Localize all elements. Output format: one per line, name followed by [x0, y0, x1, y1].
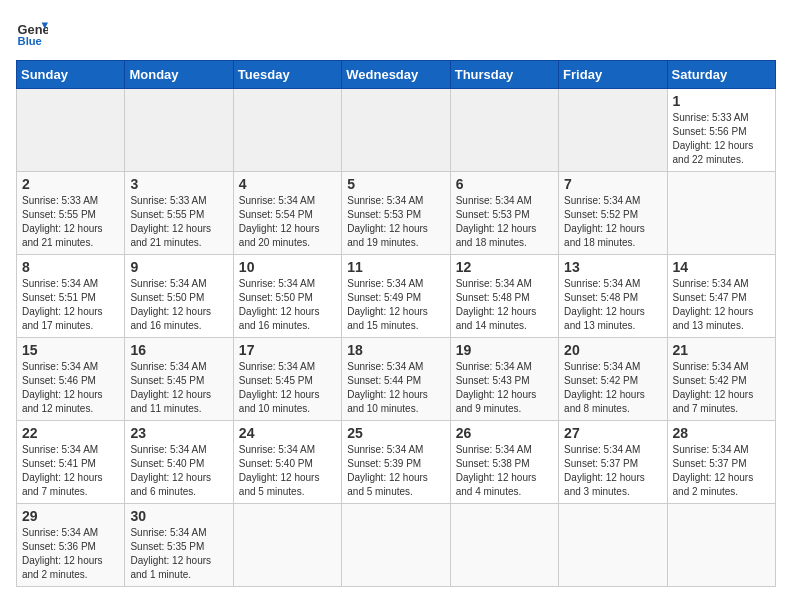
- day-number: 13: [564, 259, 661, 275]
- col-header-tuesday: Tuesday: [233, 61, 341, 89]
- day-info: Sunrise: 5:34 AM Sunset: 5:36 PM Dayligh…: [22, 526, 119, 582]
- day-info: Sunrise: 5:34 AM Sunset: 5:37 PM Dayligh…: [673, 443, 770, 499]
- day-info: Sunrise: 5:34 AM Sunset: 5:40 PM Dayligh…: [239, 443, 336, 499]
- sunset-text: Sunset: 5:55 PM: [130, 209, 204, 220]
- sunset-text: Sunset: 5:53 PM: [456, 209, 530, 220]
- calendar-cell: 16 Sunrise: 5:34 AM Sunset: 5:45 PM Dayl…: [125, 338, 233, 421]
- logo-icon: General Blue: [16, 16, 48, 48]
- sunrise-text: Sunrise: 5:34 AM: [456, 278, 532, 289]
- calendar-cell: 14 Sunrise: 5:34 AM Sunset: 5:47 PM Dayl…: [667, 255, 775, 338]
- daylight-text: Daylight: 12 hours and 3 minutes.: [564, 472, 645, 497]
- day-info: Sunrise: 5:34 AM Sunset: 5:52 PM Dayligh…: [564, 194, 661, 250]
- sunset-text: Sunset: 5:40 PM: [130, 458, 204, 469]
- calendar-cell: 28 Sunrise: 5:34 AM Sunset: 5:37 PM Dayl…: [667, 421, 775, 504]
- sunrise-text: Sunrise: 5:34 AM: [22, 361, 98, 372]
- day-info: Sunrise: 5:34 AM Sunset: 5:35 PM Dayligh…: [130, 526, 227, 582]
- day-number: 12: [456, 259, 553, 275]
- daylight-text: Daylight: 12 hours and 18 minutes.: [564, 223, 645, 248]
- sunset-text: Sunset: 5:45 PM: [239, 375, 313, 386]
- sunrise-text: Sunrise: 5:33 AM: [673, 112, 749, 123]
- sunrise-text: Sunrise: 5:33 AM: [130, 195, 206, 206]
- daylight-text: Daylight: 12 hours and 7 minutes.: [22, 472, 103, 497]
- sunrise-text: Sunrise: 5:33 AM: [22, 195, 98, 206]
- calendar-cell: 15 Sunrise: 5:34 AM Sunset: 5:46 PM Dayl…: [17, 338, 125, 421]
- daylight-text: Daylight: 12 hours and 10 minutes.: [239, 389, 320, 414]
- day-info: Sunrise: 5:34 AM Sunset: 5:41 PM Dayligh…: [22, 443, 119, 499]
- sunset-text: Sunset: 5:54 PM: [239, 209, 313, 220]
- day-number: 26: [456, 425, 553, 441]
- day-number: 28: [673, 425, 770, 441]
- sunrise-text: Sunrise: 5:34 AM: [347, 278, 423, 289]
- week-row-2: 8 Sunrise: 5:34 AM Sunset: 5:51 PM Dayli…: [17, 255, 776, 338]
- day-info: Sunrise: 5:34 AM Sunset: 5:43 PM Dayligh…: [456, 360, 553, 416]
- daylight-text: Daylight: 12 hours and 21 minutes.: [130, 223, 211, 248]
- sunrise-text: Sunrise: 5:34 AM: [564, 278, 640, 289]
- calendar-cell: [450, 89, 558, 172]
- calendar-cell: 12 Sunrise: 5:34 AM Sunset: 5:48 PM Dayl…: [450, 255, 558, 338]
- sunset-text: Sunset: 5:35 PM: [130, 541, 204, 552]
- day-info: Sunrise: 5:33 AM Sunset: 5:55 PM Dayligh…: [130, 194, 227, 250]
- sunset-text: Sunset: 5:48 PM: [456, 292, 530, 303]
- sunrise-text: Sunrise: 5:34 AM: [564, 444, 640, 455]
- daylight-text: Daylight: 12 hours and 6 minutes.: [130, 472, 211, 497]
- calendar-cell: 30 Sunrise: 5:34 AM Sunset: 5:35 PM Dayl…: [125, 504, 233, 587]
- daylight-text: Daylight: 12 hours and 8 minutes.: [564, 389, 645, 414]
- sunrise-text: Sunrise: 5:34 AM: [456, 195, 532, 206]
- daylight-text: Daylight: 12 hours and 5 minutes.: [239, 472, 320, 497]
- day-number: 9: [130, 259, 227, 275]
- sunrise-text: Sunrise: 5:34 AM: [673, 278, 749, 289]
- sunrise-text: Sunrise: 5:34 AM: [347, 361, 423, 372]
- calendar-cell: [233, 89, 341, 172]
- calendar-cell: [667, 504, 775, 587]
- calendar-cell: 9 Sunrise: 5:34 AM Sunset: 5:50 PM Dayli…: [125, 255, 233, 338]
- sunrise-text: Sunrise: 5:34 AM: [130, 278, 206, 289]
- day-number: 2: [22, 176, 119, 192]
- sunrise-text: Sunrise: 5:34 AM: [673, 444, 749, 455]
- day-number: 29: [22, 508, 119, 524]
- calendar-cell: [125, 89, 233, 172]
- day-info: Sunrise: 5:34 AM Sunset: 5:45 PM Dayligh…: [130, 360, 227, 416]
- day-info: Sunrise: 5:34 AM Sunset: 5:39 PM Dayligh…: [347, 443, 444, 499]
- svg-text:Blue: Blue: [18, 35, 42, 47]
- daylight-text: Daylight: 12 hours and 17 minutes.: [22, 306, 103, 331]
- sunrise-text: Sunrise: 5:34 AM: [347, 195, 423, 206]
- calendar-cell: 27 Sunrise: 5:34 AM Sunset: 5:37 PM Dayl…: [559, 421, 667, 504]
- day-number: 19: [456, 342, 553, 358]
- calendar-cell: [667, 172, 775, 255]
- day-info: Sunrise: 5:34 AM Sunset: 5:48 PM Dayligh…: [564, 277, 661, 333]
- sunrise-text: Sunrise: 5:34 AM: [22, 527, 98, 538]
- col-header-friday: Friday: [559, 61, 667, 89]
- daylight-text: Daylight: 12 hours and 13 minutes.: [673, 306, 754, 331]
- daylight-text: Daylight: 12 hours and 22 minutes.: [673, 140, 754, 165]
- calendar-cell: [342, 504, 450, 587]
- daylight-text: Daylight: 12 hours and 18 minutes.: [456, 223, 537, 248]
- day-info: Sunrise: 5:34 AM Sunset: 5:48 PM Dayligh…: [456, 277, 553, 333]
- sunset-text: Sunset: 5:46 PM: [22, 375, 96, 386]
- day-number: 4: [239, 176, 336, 192]
- day-info: Sunrise: 5:34 AM Sunset: 5:38 PM Dayligh…: [456, 443, 553, 499]
- daylight-text: Daylight: 12 hours and 16 minutes.: [130, 306, 211, 331]
- calendar-header-row: SundayMondayTuesdayWednesdayThursdayFrid…: [17, 61, 776, 89]
- day-info: Sunrise: 5:34 AM Sunset: 5:44 PM Dayligh…: [347, 360, 444, 416]
- day-info: Sunrise: 5:34 AM Sunset: 5:45 PM Dayligh…: [239, 360, 336, 416]
- daylight-text: Daylight: 12 hours and 7 minutes.: [673, 389, 754, 414]
- daylight-text: Daylight: 12 hours and 5 minutes.: [347, 472, 428, 497]
- sunset-text: Sunset: 5:37 PM: [673, 458, 747, 469]
- sunrise-text: Sunrise: 5:34 AM: [22, 278, 98, 289]
- day-number: 21: [673, 342, 770, 358]
- daylight-text: Daylight: 12 hours and 20 minutes.: [239, 223, 320, 248]
- sunrise-text: Sunrise: 5:34 AM: [564, 361, 640, 372]
- sunset-text: Sunset: 5:47 PM: [673, 292, 747, 303]
- calendar-cell: 29 Sunrise: 5:34 AM Sunset: 5:36 PM Dayl…: [17, 504, 125, 587]
- day-info: Sunrise: 5:34 AM Sunset: 5:53 PM Dayligh…: [456, 194, 553, 250]
- day-number: 5: [347, 176, 444, 192]
- calendar-cell: 8 Sunrise: 5:34 AM Sunset: 5:51 PM Dayli…: [17, 255, 125, 338]
- week-row-4: 22 Sunrise: 5:34 AM Sunset: 5:41 PM Dayl…: [17, 421, 776, 504]
- sunset-text: Sunset: 5:39 PM: [347, 458, 421, 469]
- sunrise-text: Sunrise: 5:34 AM: [130, 361, 206, 372]
- day-info: Sunrise: 5:34 AM Sunset: 5:54 PM Dayligh…: [239, 194, 336, 250]
- calendar-cell: 5 Sunrise: 5:34 AM Sunset: 5:53 PM Dayli…: [342, 172, 450, 255]
- calendar-cell: 18 Sunrise: 5:34 AM Sunset: 5:44 PM Dayl…: [342, 338, 450, 421]
- sunrise-text: Sunrise: 5:34 AM: [347, 444, 423, 455]
- day-info: Sunrise: 5:34 AM Sunset: 5:42 PM Dayligh…: [673, 360, 770, 416]
